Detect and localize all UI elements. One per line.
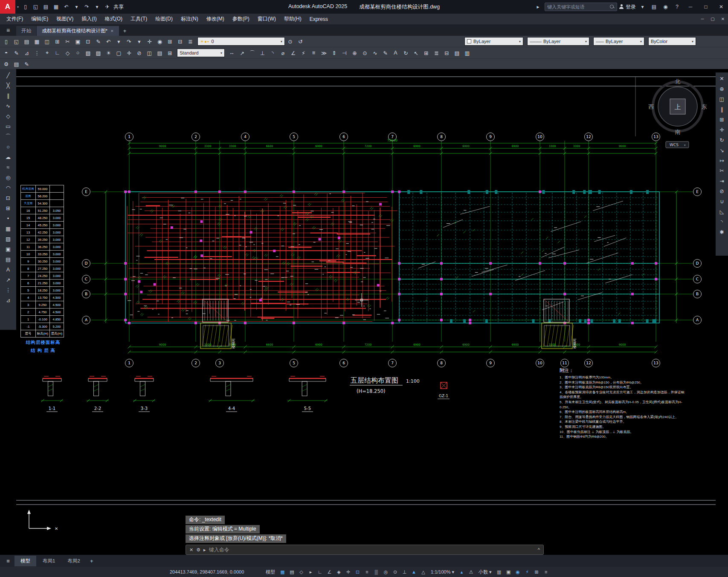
new-tab-button[interactable]: +: [119, 26, 131, 36]
quick-properties-icon[interactable]: ▥: [495, 568, 504, 576]
offset-icon[interactable]: ∥: [716, 104, 728, 114]
polar-tracking-icon[interactable]: ∠: [325, 568, 334, 576]
mleader-add-icon[interactable]: ⊞: [421, 48, 431, 58]
annotation-visibility-icon[interactable]: ▲: [409, 568, 418, 576]
redo-icon[interactable]: ↷: [82, 2, 92, 12]
undo-icon[interactable]: ↶: [104, 37, 113, 46]
undo-menu-icon[interactable]: ▾: [114, 37, 124, 46]
osnap-tracking-icon[interactable]: ✛: [344, 568, 353, 576]
tab-start[interactable]: 开始: [16, 26, 36, 36]
menu-file[interactable]: 文件(F): [3, 14, 27, 24]
plotstyle-combo-caret-icon[interactable]: ▾: [692, 40, 693, 43]
dim-ordinate-icon[interactable]: ⊥: [258, 48, 267, 58]
customization-icon[interactable]: ≡: [542, 568, 551, 576]
table-icon[interactable]: ▤: [3, 254, 14, 264]
orbit-icon[interactable]: ○: [73, 48, 83, 58]
divide-icon[interactable]: ⋮: [32, 48, 42, 58]
tab-close-icon[interactable]: ✕: [110, 29, 114, 33]
cut-icon[interactable]: ✂: [63, 37, 73, 46]
make-object-layer-current-icon[interactable]: ⊙: [285, 37, 295, 46]
open-icon[interactable]: ◱: [12, 37, 21, 46]
linetype-combo[interactable]: ——— ByLayer ▾: [527, 37, 589, 46]
command-input-bar[interactable]: ✕ ⚙ ▸ ^: [186, 545, 544, 555]
object-isolate-icon[interactable]: ◉: [513, 568, 522, 576]
ray-icon[interactable]: ↗: [3, 275, 14, 285]
menu-tools[interactable]: 工具(T): [127, 14, 151, 24]
color-combo-caret-icon[interactable]: ▾: [519, 40, 521, 43]
match-properties-icon[interactable]: ✎: [93, 37, 103, 46]
workspace-settings-icon[interactable]: ⚙: [1, 59, 11, 69]
point-icon[interactable]: •: [3, 213, 14, 223]
mirror-icon[interactable]: ◫: [716, 94, 728, 104]
menu-help[interactable]: 帮助(H): [280, 14, 305, 24]
dim-radius-icon[interactable]: ◝: [268, 48, 278, 58]
layer-properties-icon[interactable]: ≣: [186, 37, 195, 46]
break-icon[interactable]: ⊘: [716, 186, 728, 196]
lineweight-combo-caret-icon[interactable]: ▾: [640, 40, 642, 43]
command-input[interactable]: [209, 547, 535, 553]
scale-icon[interactable]: ↘: [716, 145, 728, 155]
annotation-monitor-icon[interactable]: ⚠: [467, 568, 476, 576]
sign-in-button[interactable]: 登录: [626, 3, 636, 11]
undo-menu-icon[interactable]: ▾: [72, 2, 81, 12]
command-customize-icon[interactable]: ⚙: [196, 547, 200, 553]
search-expand-icon[interactable]: ▸: [533, 2, 543, 12]
view-manager-icon[interactable]: ▤: [155, 48, 165, 58]
dim-arc-icon[interactable]: ⌒: [247, 48, 257, 58]
trim-icon[interactable]: ✂: [716, 166, 728, 176]
hatch-icon[interactable]: ▦: [3, 224, 14, 234]
rectangle-icon[interactable]: ▭: [3, 121, 14, 131]
model-space-canvas[interactable]: 上北南西东WCS▾112234556677889910101112121313E…: [16, 69, 716, 555]
draw-order-icon[interactable]: ◓: [1, 48, 11, 58]
ellipse-icon[interactable]: ◎: [3, 173, 14, 182]
dim-text-edit-icon[interactable]: A: [391, 48, 400, 58]
mleader-align-icon[interactable]: ≣: [432, 48, 441, 58]
layout-menu-icon[interactable]: ≡: [2, 558, 15, 564]
menu-draw[interactable]: 绘图(D): [151, 14, 177, 24]
dim-angular-icon[interactable]: ∠: [288, 48, 298, 58]
arc-icon[interactable]: ⌒: [3, 132, 14, 141]
wcs-indicator[interactable]: WCS▾: [666, 141, 689, 148]
revision-cloud-icon[interactable]: ☁: [3, 152, 14, 162]
menu-window[interactable]: 窗口(W): [254, 14, 280, 24]
lineweight-combo[interactable]: —— ByLayer ▾: [593, 37, 644, 46]
3d-osnap-icon[interactable]: ⊙: [391, 568, 400, 576]
menu-view[interactable]: 视图(V): [52, 14, 77, 24]
redo-menu-icon[interactable]: ▾: [134, 37, 144, 46]
section-plane-icon[interactable]: ⊘: [134, 48, 144, 58]
stretch-icon[interactable]: ↦: [716, 156, 728, 165]
tab-layout1[interactable]: 布局1: [37, 556, 61, 566]
polyline-icon[interactable]: ∿: [3, 101, 14, 111]
tolerance-icon[interactable]: ⊕: [350, 48, 360, 58]
layer-combo[interactable]: ☀●▪ 0 ▾: [197, 37, 285, 46]
dynamic-input-icon[interactable]: ▸: [306, 568, 315, 576]
menu-edit[interactable]: 编辑(E): [27, 14, 52, 24]
dim-edit-icon[interactable]: ✎: [380, 48, 390, 58]
annotate-icon[interactable]: ✎: [12, 48, 21, 58]
viewports-icon[interactable]: ⊞: [165, 48, 175, 58]
assistant-icon[interactable]: ◉: [661, 2, 670, 12]
doc-restore-icon[interactable]: ▢: [708, 14, 718, 24]
plot-preview-icon[interactable]: ◫: [42, 37, 52, 46]
publish-icon[interactable]: ⊞: [52, 37, 62, 46]
move-icon[interactable]: ✛: [716, 125, 728, 135]
help-icon[interactable]: ?: [672, 2, 682, 12]
lock-ui-icon[interactable]: ▣: [504, 568, 513, 576]
autoscale-icon[interactable]: △: [419, 568, 428, 576]
iso-draft-icon[interactable]: ◈: [334, 568, 343, 576]
osnap-settings-icon[interactable]: ⌖: [42, 48, 52, 58]
plot-icon[interactable]: ▦: [32, 37, 42, 46]
dynamic-ucs-icon[interactable]: ⊥: [400, 568, 409, 576]
flatshot-icon[interactable]: ◫: [145, 48, 154, 58]
snap-mode-icon[interactable]: ▤: [287, 568, 296, 576]
units-control[interactable]: 小数 ▾: [476, 569, 494, 575]
dim-break-icon[interactable]: ⊣: [339, 48, 349, 58]
open-icon[interactable]: ◱: [31, 2, 41, 12]
dim-baseline-icon[interactable]: ≡: [309, 48, 319, 58]
dim-linear-icon[interactable]: ↔: [227, 48, 237, 58]
help-search-field[interactable]: [545, 3, 617, 11]
command-close-icon[interactable]: ✕: [189, 547, 193, 553]
clean-screen-icon[interactable]: ⊞: [532, 568, 541, 576]
mleader-collect-icon[interactable]: ⊟: [442, 48, 452, 58]
linetype-combo-caret-icon[interactable]: ▾: [585, 40, 587, 43]
